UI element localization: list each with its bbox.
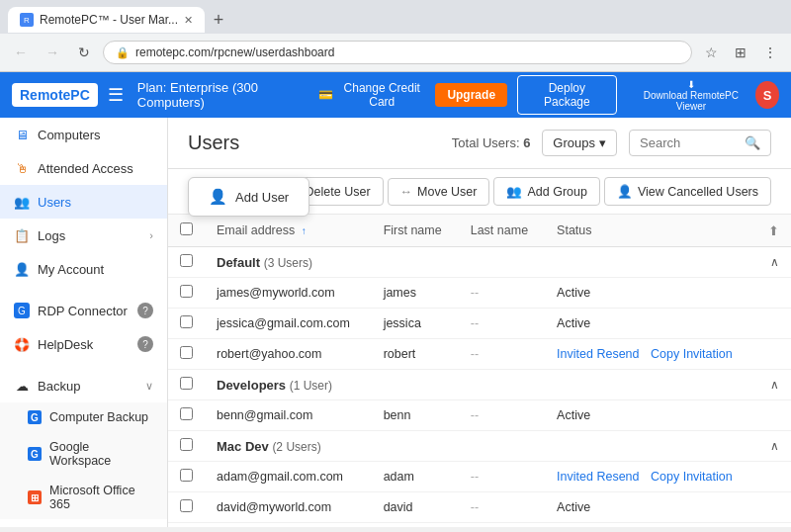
table-header: Email address ↑ First name Last name Sta…: [168, 215, 791, 247]
download-viewer-button[interactable]: ⬇ Download RemotePC Viewer: [637, 79, 746, 112]
computer-backup-icon: G: [28, 410, 42, 424]
table-row: robert@yahoo.com robert -- Invited Resen…: [168, 339, 791, 370]
deploy-button[interactable]: Deploy Package: [517, 75, 617, 115]
group-name-developers: Developers: [217, 378, 290, 393]
row-checkbox[interactable]: [180, 469, 193, 482]
firstname-column-header[interactable]: First name: [372, 215, 459, 247]
lastname-cell: --: [459, 309, 545, 339]
sidebar-item-backup[interactable]: ☁ Backup ∨: [0, 369, 167, 402]
app-window: RemotePC ☰ Plan: Enterprise (300 Compute…: [0, 72, 791, 527]
sidebar-item-rdp[interactable]: G RDP Connector ?: [0, 294, 167, 327]
sidebar-label-google-workspace: Google Workspace: [49, 440, 153, 468]
sidebar-label-users: Users: [38, 195, 71, 210]
email-column-header[interactable]: Email address ↑: [205, 215, 372, 247]
help-icon-rdp[interactable]: ?: [137, 303, 153, 318]
extensions-icon[interactable]: ⊞: [728, 40, 753, 65]
browser-toolbar: ← → ↻ 🔒 remotepc.com/rpcnew/userdashboar…: [0, 34, 791, 71]
copy-invitation-link[interactable]: Copy Invitation: [651, 470, 733, 484]
users-table-area: Email address ↑ First name Last name Sta…: [168, 215, 791, 527]
search-input[interactable]: [640, 135, 739, 150]
copy-invitation-link[interactable]: Copy Invitation: [651, 347, 733, 361]
lastname-cell: --: [459, 339, 545, 370]
lastname-column-header[interactable]: Last name: [459, 215, 545, 247]
hamburger-icon[interactable]: ☰: [108, 84, 124, 106]
group-checkbox-default[interactable]: [180, 254, 193, 267]
firstname-cell: benn: [372, 400, 459, 431]
groups-dropdown-button[interactable]: Groups ▾: [542, 130, 617, 156]
group-checkbox-macdev[interactable]: [180, 438, 193, 451]
collapse-icon-macdev[interactable]: ∧: [770, 439, 779, 453]
select-all-checkbox[interactable]: [180, 222, 193, 235]
sidebar-item-users[interactable]: 👥 Users: [0, 185, 167, 219]
view-cancelled-label: View Cancelled Users: [638, 185, 758, 199]
row-checkbox[interactable]: [180, 407, 193, 420]
download-icon: ⬇: [687, 79, 695, 90]
credit-card-label: Change Credit Card: [338, 81, 425, 109]
row-checkbox[interactable]: [180, 315, 193, 328]
rdp-icon: G: [14, 303, 30, 318]
change-credit-card-button[interactable]: 💳 Change Credit Card: [318, 81, 425, 109]
bookmark-icon[interactable]: ☆: [698, 40, 724, 65]
lastname-cell: --: [459, 462, 545, 492]
row-checkbox[interactable]: [180, 285, 193, 298]
resend-link[interactable]: Resend: [596, 470, 639, 484]
sidebar-item-helpdesk[interactable]: 🛟 HelpDesk ?: [0, 327, 167, 361]
main-content: Users Total Users: 6 Groups ▾ 🔍 👤: [168, 118, 791, 527]
forward-button[interactable]: →: [40, 40, 65, 65]
new-tab-button[interactable]: +: [205, 6, 232, 34]
upload-icon: ⬆: [768, 224, 779, 238]
google-workspace-icon: G: [28, 447, 42, 461]
sidebar-item-logs[interactable]: 📋 Logs ›: [0, 219, 167, 252]
logo-text: RemotePC: [20, 87, 90, 103]
cancelled-icon: 👤: [617, 184, 633, 199]
user-avatar[interactable]: S: [755, 81, 779, 109]
table-row: jessica@gmail.com.com jessica -- Active: [168, 309, 791, 339]
sidebar-label-computer-backup: Computer Backup: [49, 410, 148, 424]
logo-area: RemotePC: [12, 83, 98, 107]
menu-icon[interactable]: ⋮: [757, 40, 783, 65]
resend-link[interactable]: Resend: [596, 347, 639, 361]
add-user-popup[interactable]: 👤 Add User: [188, 177, 309, 217]
email-cell: jessica@gmail.com.com: [205, 309, 372, 339]
sidebar-item-microsoft-office[interactable]: ⊞ Microsoft Office 365: [0, 476, 167, 519]
firstname-cell: robert: [372, 339, 459, 370]
sidebar-item-attended-access[interactable]: 🖱 Attended Access: [0, 151, 167, 185]
sidebar-item-computer-backup[interactable]: G Computer Backup: [0, 402, 167, 432]
help-icon-helpdesk[interactable]: ?: [137, 336, 153, 352]
upgrade-button[interactable]: Upgrade: [435, 83, 507, 107]
group-checkbox-developers[interactable]: [180, 377, 193, 390]
status-cell: Active: [545, 492, 756, 523]
sidebar-item-my-account[interactable]: 👤 My Account: [0, 252, 167, 286]
view-cancelled-button[interactable]: 👤 View Cancelled Users: [604, 177, 771, 206]
sidebar-label-microsoft: Microsoft Office 365: [49, 484, 153, 511]
collapse-icon-default[interactable]: ∧: [770, 255, 779, 269]
add-group-button[interactable]: 👥 Add Group: [493, 177, 599, 206]
sidebar-item-google-workspace[interactable]: G Google Workspace: [0, 432, 167, 476]
tab-close-button[interactable]: ✕: [184, 14, 193, 27]
address-bar[interactable]: 🔒 remotepc.com/rpcnew/userdashboard: [103, 41, 692, 64]
credit-card-icon: 💳: [318, 88, 333, 102]
person-icon: 👤: [14, 261, 30, 277]
row-checkbox[interactable]: [180, 346, 193, 359]
sidebar-label-computers: Computers: [38, 128, 101, 142]
lock-icon: 🔒: [116, 46, 130, 59]
status-column-header[interactable]: Status: [545, 215, 756, 247]
collapse-icon-developers[interactable]: ∧: [770, 378, 779, 392]
firstname-cell: jessica: [372, 309, 459, 339]
sidebar-item-computers[interactable]: 🖥 Computers: [0, 118, 167, 151]
firstname-cell: james: [372, 278, 459, 309]
table-row: david@myworld.com david -- Active: [168, 492, 791, 523]
groups-label: Groups: [553, 135, 595, 150]
active-tab[interactable]: R RemotePC™ - User Mar... ✕: [8, 7, 205, 33]
move-user-button[interactable]: ↔ Move User: [388, 178, 490, 206]
firstname-cell: david: [372, 492, 459, 523]
row-checkbox[interactable]: [180, 499, 193, 512]
download-label: Download RemotePC Viewer: [637, 90, 746, 112]
sidebar-label-backup: Backup: [38, 379, 80, 394]
search-box[interactable]: 🔍: [629, 130, 771, 156]
sidebar-label-attended: Attended Access: [38, 161, 133, 176]
refresh-button[interactable]: ↻: [71, 40, 97, 65]
back-button[interactable]: ←: [8, 40, 34, 65]
status-cell: Invited Resend Copy Invitation: [545, 339, 756, 370]
microsoft-icon: ⊞: [28, 490, 42, 504]
